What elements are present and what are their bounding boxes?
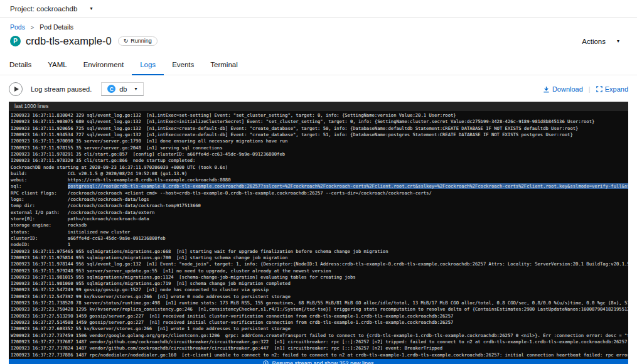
- log-line: I200923 16:37:11.978291 35 cli/start.go:…: [11, 151, 628, 158]
- log-line: I200923 16:37:11.975814 955 sqlmigration…: [11, 255, 628, 261]
- log-lines[interactable]: I200923 16:37:11.830042 329 sql/event_lo…: [9, 111, 628, 359]
- project-selector[interactable]: Project: cockroachdb ▾: [10, 5, 92, 13]
- pod-badge: P: [10, 36, 21, 46]
- log-window: last 1000 lines I200923 16:37:11.830042 …: [9, 102, 628, 364]
- log-line: status: initialized new cluster: [11, 229, 628, 235]
- container-badge-icon: C: [107, 85, 115, 93]
- log-line: W200923 16:37:27.737459 1506 vendor/goog…: [11, 333, 628, 339]
- tab-yaml[interactable]: YAML: [40, 56, 75, 75]
- log-toolbar-right: Download | Expand: [543, 85, 628, 93]
- tab-details[interactable]: Details: [1, 56, 40, 75]
- breadcrumb-pods-link[interactable]: Pods: [10, 23, 25, 31]
- chevron-down-icon: ▾: [90, 6, 92, 11]
- project-bar: Project: cockroachdb ▾: [0, 0, 637, 18]
- play-circle-icon: [263, 360, 269, 364]
- log-stream-status: Log stream paused.: [31, 85, 92, 93]
- log-line: I200923 16:37:11.978320 35 cli/start.go:…: [11, 158, 628, 164]
- log-toolbar: Log stream paused. C db ▾ Download | Exp…: [0, 75, 637, 102]
- log-line: store[0]: path=/cockroach/cockroach-data: [11, 216, 628, 222]
- actions-label: Actions: [582, 38, 606, 45]
- log-line: I200923 16:37:23.750428 1295 kv/kvserver…: [11, 306, 628, 313]
- download-icon: [543, 86, 550, 93]
- resume-log-stream-button[interactable]: [9, 82, 23, 96]
- log-window-header: last 1000 lines: [9, 102, 628, 111]
- log-line: I200923 16:37:11.978144 956 sql/event_lo…: [11, 261, 628, 267]
- chevron-down-icon: ▾: [617, 38, 619, 44]
- log-line: storage engine: rocksdb: [11, 222, 628, 228]
- log-line: sql: postgresql://root@crdb-tls-example-…: [11, 183, 628, 190]
- log-line: I200923 16:37:27.513290 1459 gossip/serv…: [11, 313, 628, 319]
- download-label: Download: [552, 85, 583, 93]
- log-line: I200923 16:37:11.903075 680 sql/event_lo…: [11, 119, 628, 125]
- page: Project: cockroachdb ▾ Pods > Pod Detail…: [0, 0, 637, 364]
- log-line: I200923 16:37:27.737886 1487 rpc/nodedia…: [11, 352, 628, 358]
- log-line: CockroachDB node starting at 2020-09-23 …: [11, 164, 628, 171]
- log-line: I200923 16:37:11.934534 727 sql/event_lo…: [11, 132, 628, 138]
- expand-label: Expand: [605, 85, 628, 93]
- log-line: external I/O path: /cockroach/cockroach-…: [11, 210, 628, 216]
- breadcrumb-current: Pod Details: [40, 23, 73, 31]
- tab-terminal[interactable]: Terminal: [202, 56, 245, 75]
- log-line: RPC client flags: /cockroach/cockroach <…: [11, 190, 628, 196]
- log-line: I200923 16:37:11.978155 35 server/server…: [11, 145, 628, 151]
- resume-stream-label: Resume stream and show 352 new lines: [272, 360, 373, 364]
- download-link[interactable]: Download: [543, 85, 583, 93]
- sync-icon: ↻: [124, 38, 129, 44]
- actions-dropdown[interactable]: Actions ▾: [582, 38, 627, 45]
- log-line: I200923 16:37:11.981015 955 sqlmigration…: [11, 274, 628, 281]
- log-line: I200923 16:37:12.547392 99 kv/kvserver/s…: [11, 294, 628, 300]
- selected-log-text: postgresql://root@crdb-tls-example-0.crd…: [68, 183, 628, 189]
- log-line: clusterID: a66ffe4d-cc63-45dc-9a9e-09123…: [11, 235, 628, 242]
- container-selector-value: db: [119, 85, 127, 93]
- tab-logs[interactable]: Logs: [132, 56, 164, 75]
- toolbar-divider: |: [589, 85, 591, 93]
- tab-events[interactable]: Events: [164, 56, 202, 75]
- status-badge-label: Running: [131, 38, 152, 44]
- log-line: I200923 16:37:27.603352 55 kv/kvserver/s…: [11, 326, 628, 332]
- resume-stream-button[interactable]: Resume stream and show 352 new lines: [9, 359, 628, 364]
- expand-icon: [596, 86, 602, 92]
- log-line: logs: /cockroach/cockroach-data/logs: [11, 196, 628, 203]
- log-line: build: CCL v20.1.5 @ 2020/08/24 19:52:08…: [11, 171, 628, 177]
- log-line: I200923 16:37:11.830042 329 sql/event_lo…: [11, 112, 628, 119]
- tab-environment[interactable]: Environment: [75, 56, 132, 75]
- log-line: I200923 16:37:27.737824 1487 vendor/gith…: [11, 345, 628, 351]
- expand-link[interactable]: Expand: [596, 85, 628, 93]
- title-row: P crdb-tls-example-0 ↻ Running Actions ▾: [0, 31, 637, 51]
- log-line: I200923 16:37:11.979248 953 server/serve…: [11, 268, 628, 274]
- log-line: I200923 16:37:11.920656 725 sql/event_lo…: [11, 126, 628, 132]
- log-line: temp dir: /cockroach/cockroach-data/cock…: [11, 203, 628, 209]
- status-badge: ↻ Running: [118, 36, 158, 46]
- log-line: nodeID: 1: [11, 242, 628, 248]
- log-line: I200923 16:37:21.738520 78 server/status…: [11, 300, 628, 306]
- log-line: webui: https://crdb-tls-example-0.crdb-t…: [11, 177, 628, 183]
- tab-bar: Details YAML Environment Logs Events Ter…: [0, 56, 637, 75]
- log-line: I200923 16:37:11.975465 955 sqlmigration…: [11, 249, 628, 255]
- breadcrumb: Pods > Pod Details: [0, 18, 637, 31]
- log-line: I200923 16:37:27.737687 1487 vendor/gith…: [11, 339, 628, 345]
- play-icon: [14, 87, 19, 92]
- log-line: I200923 16:37:11.981060 955 sqlmigration…: [11, 281, 628, 287]
- page-title: crdb-tls-example-0: [26, 35, 112, 47]
- log-line: I200923 16:37:11.970090 35 server/server…: [11, 138, 628, 144]
- breadcrumb-separator: >: [31, 24, 35, 31]
- project-selector-label: Project: cockroachdb: [10, 5, 77, 13]
- log-line: I200923 16:37:27.514508 1459 gossip/serv…: [11, 319, 628, 326]
- chevron-down-icon: ▾: [134, 86, 137, 92]
- log-line: I200923 16:37:12.547249 99 gossip/gossip…: [11, 287, 628, 293]
- container-selector[interactable]: C db ▾: [101, 82, 143, 96]
